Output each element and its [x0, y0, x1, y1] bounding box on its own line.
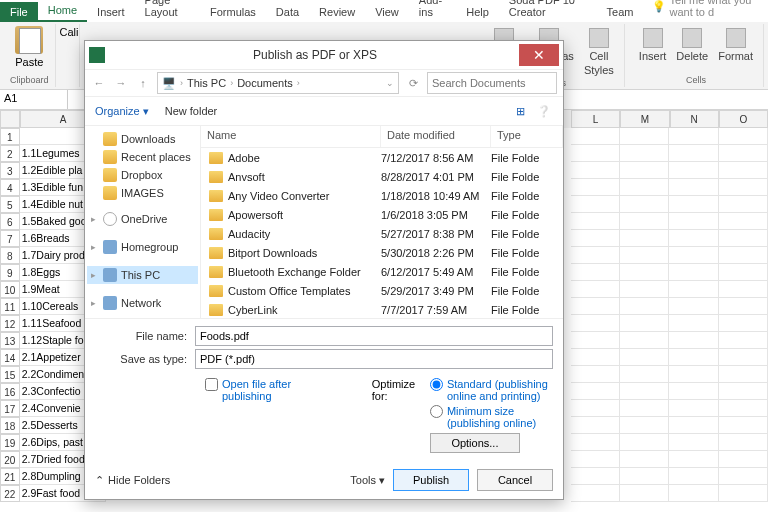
search-input[interactable]: [427, 72, 557, 94]
cell[interactable]: [719, 145, 768, 162]
organize-button[interactable]: Organize ▾: [95, 105, 149, 118]
tab-page-layout[interactable]: Page Layout: [135, 0, 200, 22]
paste-icon[interactable]: [15, 26, 43, 54]
row-header[interactable]: 8: [0, 247, 20, 264]
cell[interactable]: [620, 281, 669, 298]
col-header-l[interactable]: L: [571, 110, 620, 128]
cell[interactable]: [571, 162, 620, 179]
tools-dropdown[interactable]: Tools ▾: [350, 474, 385, 487]
col-type[interactable]: Type: [491, 126, 563, 147]
row-header[interactable]: 1: [0, 128, 20, 145]
cell[interactable]: [669, 128, 718, 145]
cell[interactable]: [571, 128, 620, 145]
paste-button[interactable]: Paste: [15, 56, 43, 68]
hide-folders-button[interactable]: ⌃ Hide Folders: [95, 474, 170, 487]
file-row[interactable]: Any Video Converter1/18/2018 10:49 AMFil…: [201, 186, 563, 205]
cell[interactable]: [719, 315, 768, 332]
cell[interactable]: [669, 179, 718, 196]
cell[interactable]: [719, 417, 768, 434]
row-header[interactable]: 22: [0, 485, 20, 502]
cell[interactable]: [669, 468, 718, 485]
cell[interactable]: [571, 196, 620, 213]
cell[interactable]: [669, 230, 718, 247]
row-header[interactable]: 13: [0, 332, 20, 349]
row-header[interactable]: 6: [0, 213, 20, 230]
col-name[interactable]: Name: [201, 126, 381, 147]
cell[interactable]: [719, 247, 768, 264]
row-header[interactable]: 14: [0, 349, 20, 366]
cell[interactable]: [669, 400, 718, 417]
file-row[interactable]: Bluetooth Exchange Folder6/12/2017 5:49 …: [201, 262, 563, 281]
cell[interactable]: [571, 230, 620, 247]
view-options-icon[interactable]: ⊞: [511, 102, 529, 120]
col-header-m[interactable]: M: [620, 110, 669, 128]
row-header[interactable]: 11: [0, 298, 20, 315]
cell[interactable]: [571, 349, 620, 366]
cell[interactable]: [719, 162, 768, 179]
cell[interactable]: [571, 315, 620, 332]
cell[interactable]: [669, 281, 718, 298]
file-row[interactable]: Bitport Downloads5/30/2018 2:26 PMFile F…: [201, 243, 563, 262]
cell[interactable]: [571, 366, 620, 383]
cell[interactable]: [620, 230, 669, 247]
tree-item[interactable]: Downloads: [87, 130, 198, 148]
cell[interactable]: [669, 196, 718, 213]
insert-cells-button[interactable]: Insert: [635, 26, 671, 64]
cell[interactable]: [620, 417, 669, 434]
col-date[interactable]: Date modified: [381, 126, 491, 147]
file-row[interactable]: Custom Office Templates5/29/2017 3:49 PM…: [201, 281, 563, 300]
delete-cells-button[interactable]: Delete: [672, 26, 712, 64]
cell[interactable]: [620, 451, 669, 468]
cell[interactable]: [719, 213, 768, 230]
cell[interactable]: [719, 434, 768, 451]
cell[interactable]: [571, 434, 620, 451]
cell[interactable]: [669, 162, 718, 179]
cell[interactable]: [719, 383, 768, 400]
cell[interactable]: [719, 400, 768, 417]
cell-styles-button[interactable]: CellStyles: [580, 26, 618, 78]
cell[interactable]: [719, 264, 768, 281]
tab-insert[interactable]: Insert: [87, 2, 135, 22]
cell[interactable]: [719, 349, 768, 366]
row-header[interactable]: 15: [0, 366, 20, 383]
file-row[interactable]: CyberLink7/7/2017 7:59 AMFile Folde: [201, 300, 563, 318]
tab-formulas[interactable]: Formulas: [200, 2, 266, 22]
cell[interactable]: [669, 485, 718, 502]
tree-root-item[interactable]: ▸Homegroup: [87, 238, 198, 256]
cell[interactable]: [620, 298, 669, 315]
row-header[interactable]: 17: [0, 400, 20, 417]
cell[interactable]: [571, 400, 620, 417]
file-row[interactable]: Apowersoft1/6/2018 3:05 PMFile Folde: [201, 205, 563, 224]
cell[interactable]: [719, 485, 768, 502]
refresh-button[interactable]: ⟳: [405, 75, 421, 91]
cell[interactable]: [669, 332, 718, 349]
cell[interactable]: [719, 196, 768, 213]
cell[interactable]: [571, 332, 620, 349]
cell[interactable]: [571, 264, 620, 281]
cell[interactable]: [719, 281, 768, 298]
tab-home[interactable]: Home: [38, 0, 87, 22]
cell[interactable]: [571, 468, 620, 485]
row-header[interactable]: 18: [0, 417, 20, 434]
cell[interactable]: [669, 451, 718, 468]
cell[interactable]: [571, 281, 620, 298]
cell[interactable]: [571, 179, 620, 196]
cell[interactable]: [571, 145, 620, 162]
cell[interactable]: [620, 400, 669, 417]
row-header[interactable]: 3: [0, 162, 20, 179]
row-header[interactable]: 9: [0, 264, 20, 281]
cell[interactable]: [620, 179, 669, 196]
tab-review[interactable]: Review: [309, 2, 365, 22]
row-header[interactable]: 21: [0, 468, 20, 485]
tree-item[interactable]: IMAGES: [87, 184, 198, 202]
optimize-standard-radio[interactable]: Standard (publishing online and printing…: [430, 378, 553, 402]
col-header-n[interactable]: N: [670, 110, 719, 128]
breadcrumb[interactable]: 🖥️ › This PC › Documents › ⌄: [157, 72, 399, 94]
tab-team[interactable]: Team: [597, 2, 644, 22]
cell[interactable]: [620, 349, 669, 366]
cell[interactable]: [571, 213, 620, 230]
cell[interactable]: [719, 298, 768, 315]
cell[interactable]: [669, 417, 718, 434]
row-header[interactable]: 19: [0, 434, 20, 451]
cancel-button[interactable]: Cancel: [477, 469, 553, 491]
